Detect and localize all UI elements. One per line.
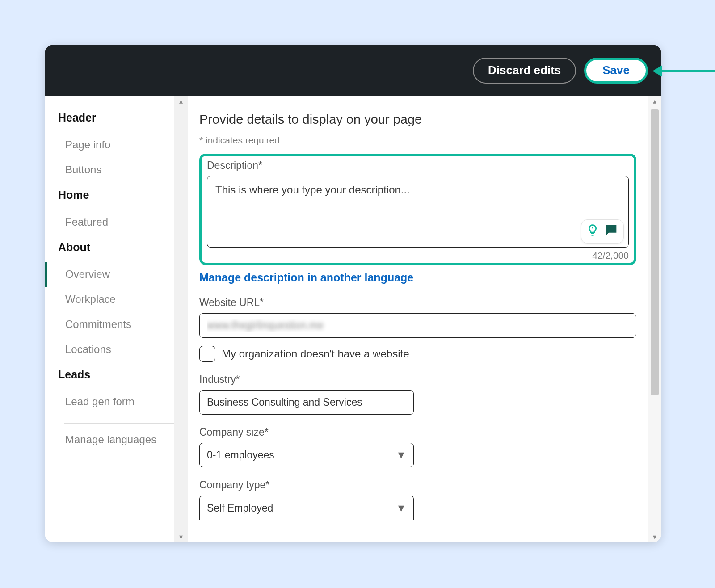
company-size-label: Company size* [199, 426, 636, 438]
sidebar-item-buttons[interactable]: Buttons [58, 157, 174, 182]
sidebar-group-header[interactable]: Header [58, 111, 174, 124]
company-size-value: 0-1 employees [207, 449, 274, 461]
lightbulb-icon[interactable] [586, 223, 599, 239]
sidebar-item-overview[interactable]: Overview [58, 262, 174, 287]
description-toolbar [581, 219, 624, 244]
chevron-down-icon: ▼ [396, 449, 406, 461]
sidebar-group-leads[interactable]: Leads [58, 368, 174, 381]
manage-description-language-link[interactable]: Manage description in another language [199, 271, 636, 284]
sidebar-item-commitments[interactable]: Commitments [58, 312, 174, 337]
edit-page-modal: Discard edits Save Header Page info Butt… [45, 45, 661, 542]
chevron-down-icon: ▼ [396, 502, 406, 514]
description-char-counter: 42/2,000 [207, 250, 629, 261]
annotation-arrow [661, 70, 715, 72]
section-title: Provide details to display on your page [199, 112, 636, 127]
sidebar-scrollbar[interactable]: ▴ ▾ [174, 96, 188, 542]
required-indicator-note: * indicates required [199, 135, 636, 146]
scroll-down-icon[interactable]: ▾ [174, 533, 188, 542]
sidebar-item-label: Overview [65, 268, 110, 280]
no-website-row: My organization doesn't have a website [199, 346, 636, 362]
main-content: Provide details to display on your page … [188, 96, 648, 542]
scroll-down-icon[interactable]: ▾ [648, 533, 661, 542]
industry-input[interactable]: Business Consulting and Services [199, 390, 414, 415]
no-website-checkbox[interactable] [199, 346, 215, 362]
scroll-up-icon[interactable]: ▴ [648, 97, 661, 106]
company-type-select[interactable]: Self Employed ▼ [199, 496, 414, 520]
chat-icon[interactable] [604, 223, 619, 240]
company-type-label: Company type* [199, 479, 636, 491]
sidebar-item-manage-languages[interactable]: Manage languages [58, 427, 174, 452]
main-scrollbar[interactable]: ▴ ▾ [648, 96, 661, 542]
sidebar-group-home[interactable]: Home [58, 189, 174, 202]
description-label: Description* [207, 160, 629, 172]
industry-value: Business Consulting and Services [207, 396, 362, 408]
description-textarea[interactable]: This is where you type your description.… [207, 176, 629, 248]
industry-label: Industry* [199, 374, 636, 386]
sidebar-group-about[interactable]: About [58, 241, 174, 254]
description-highlight: Description* This is where you type your… [199, 154, 636, 265]
sidebar: Header Page info Buttons Home Featured A… [45, 96, 174, 542]
modal-header: Discard edits Save [45, 45, 661, 96]
website-url-input[interactable] [199, 313, 636, 338]
sidebar-item-page-info[interactable]: Page info [58, 132, 174, 157]
website-url-label: Website URL* [199, 297, 636, 309]
description-value: This is where you type your description.… [215, 184, 410, 196]
sidebar-item-workplace[interactable]: Workplace [58, 287, 174, 312]
sidebar-divider [64, 423, 174, 424]
sidebar-item-lead-gen-form[interactable]: Lead gen form [58, 389, 174, 414]
sidebar-item-featured[interactable]: Featured [58, 210, 174, 235]
company-size-select[interactable]: 0-1 employees ▼ [199, 443, 414, 467]
no-website-label: My organization doesn't have a website [222, 348, 409, 360]
modal-body: Header Page info Buttons Home Featured A… [45, 96, 661, 542]
active-indicator [45, 262, 47, 287]
save-button[interactable]: Save [584, 58, 648, 84]
scroll-up-icon[interactable]: ▴ [174, 97, 188, 106]
discard-edits-button[interactable]: Discard edits [473, 58, 576, 84]
company-type-value: Self Employed [207, 502, 273, 514]
scroll-thumb[interactable] [651, 109, 659, 395]
sidebar-item-locations[interactable]: Locations [58, 337, 174, 362]
